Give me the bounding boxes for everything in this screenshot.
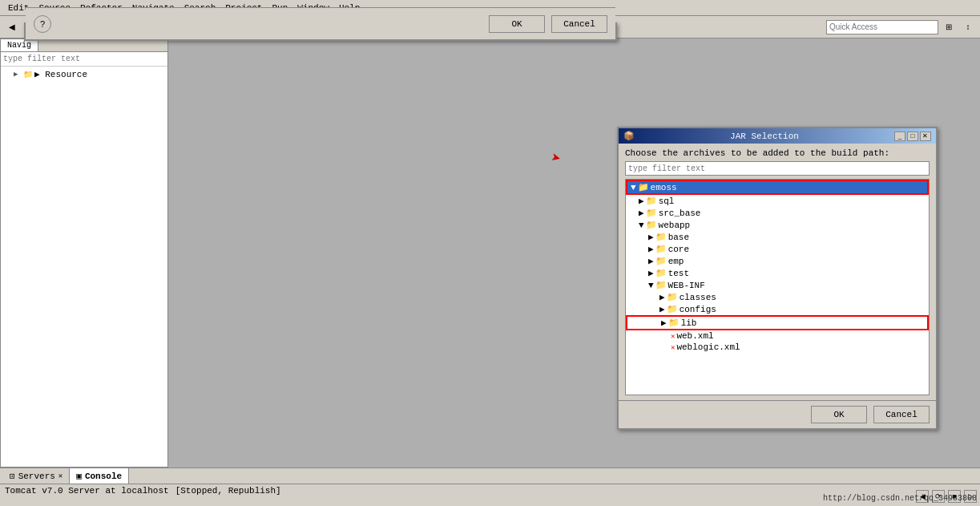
jar-minimize-button[interactable]: _ [894,132,905,141]
jar-tree-webxml[interactable]: ✕ web.xml [626,330,929,342]
jar-dialog-title-bar: 📦 JAR Selection _ □ ✕ [619,128,936,144]
dialog-bottom: ? OK Cancel [26,7,615,39]
left-panel-filter[interactable] [1,52,167,67]
toolbar-extra-btn[interactable]: ⊞ [940,18,958,36]
properties-dialog: ⚙ Properties for emoss _ □ ✕ ▶ Resource … [24,22,617,41]
jar-filter-input[interactable] [625,161,930,176]
quick-access-input[interactable] [826,20,938,34]
nav-tab-navig[interactable]: Navig [1,39,38,51]
jar-tree-emoss[interactable]: ▼ 📁 emoss [626,180,929,195]
jar-tree-configs[interactable]: ▶ 📁 configs [626,303,929,315]
arrow-annotation: ➤ [549,148,563,169]
status-text: Tomcat v7.0 Server at localhost [5,486,169,496]
servers-icon: ⊡ [10,471,15,481]
status-tab-servers[interactable]: ⊡ Servers ✕ [3,468,70,484]
jar-tree-core[interactable]: ▶ 📁 core [626,243,929,255]
jar-dialog-title: JAR Selection [730,132,799,141]
left-panel-tree: ▶ 📁 ▶ Resource [1,67,167,446]
jar-maximize-button[interactable]: □ [907,132,918,141]
jar-tree-webapp[interactable]: ▼ 📁 webapp [626,219,929,231]
jar-tree-classes[interactable]: ▶ 📁 classes [626,291,929,303]
jar-tree-test[interactable]: ▶ 📁 test [626,267,929,279]
jar-tree-srcbase[interactable]: ▶ 📁 src_base [626,207,929,219]
jar-cancel-button[interactable]: Cancel [873,406,930,423]
status-badge: [Stopped, Republish] [175,486,281,496]
jar-close-button[interactable]: ✕ [920,132,931,141]
toolbar-extra-btn2[interactable]: ↕ [959,18,977,36]
help-button[interactable]: ? [34,15,51,33]
jar-tree-emp[interactable]: ▶ 📁 emp [626,255,929,267]
jar-selection-dialog: 📦 JAR Selection _ □ ✕ Choose the archive… [617,127,938,430]
jar-dialog-title-icons: _ □ ✕ [894,132,931,141]
ok-button[interactable]: OK [489,15,545,33]
jar-tree[interactable]: ▼ 📁 emoss ▶ 📁 sql ▶ 📁 src_base ▼ 📁 webap… [625,179,930,395]
jar-tree-sql[interactable]: ▶ 📁 sql [626,195,929,207]
console-icon: ▣ [76,471,82,481]
jar-icon: 📦 [623,131,635,141]
back-button[interactable]: ◀ [3,18,21,36]
jar-dialog-bottom: OK Cancel [619,400,936,428]
status-tabs: ⊡ Servers ✕ ▣ Console [0,468,980,484]
jar-description: Choose the archives to be added to the b… [625,148,930,158]
status-tab-console[interactable]: ▣ Console [70,468,129,484]
jar-tree-webinf[interactable]: ▼ 📁 WEB-INF [626,279,929,291]
jar-tree-base[interactable]: ▶ 📁 base [626,231,929,243]
left-panel: Navig ▶ 📁 ▶ Resource [0,38,168,468]
cancel-button[interactable]: Cancel [551,15,607,33]
jar-tree-weblogicxml[interactable]: ✕ weblogic.xml [626,342,929,353]
jar-ok-button[interactable]: OK [811,406,867,423]
tree-item-resource[interactable]: ▶ 📁 ▶ Resource [2,68,166,80]
nav-tabs: Navig [1,39,167,52]
jar-tree-lib[interactable]: ▶ 📁 lib [626,315,929,330]
jar-dialog-content: Choose the archives to be added to the b… [619,144,936,400]
blog-url: http://blog.csdn.net/qq_34983808 [823,494,977,503]
